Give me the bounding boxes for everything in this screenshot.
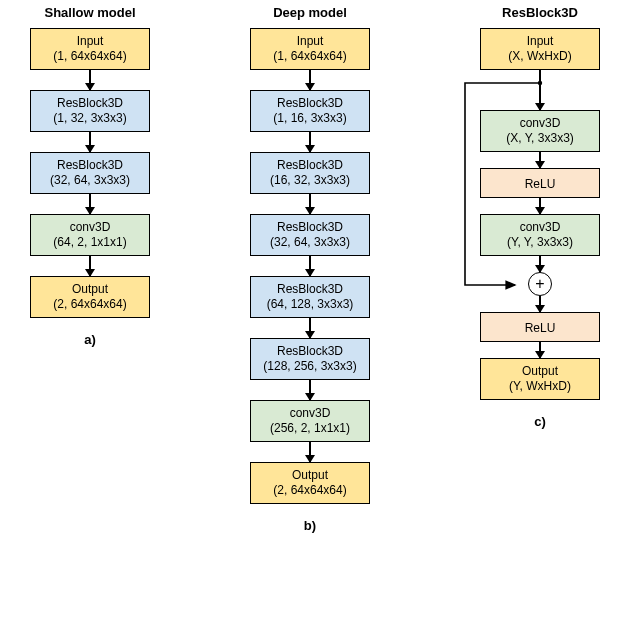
arrow-icon xyxy=(89,70,91,90)
deep-title: Deep model xyxy=(240,5,380,20)
block-line1: conv3D xyxy=(251,406,369,421)
block-line2: (Y, Y, 3x3x3) xyxy=(481,235,599,250)
deep-res5: ResBlock3D (128, 256, 3x3x3) xyxy=(250,338,370,380)
deep-conv: conv3D (256, 2, 1x1x1) xyxy=(250,400,370,442)
block-line1: conv3D xyxy=(481,116,599,131)
block-line1: Input xyxy=(251,34,369,49)
arrow-icon xyxy=(89,256,91,276)
block-line1: conv3D xyxy=(31,220,149,235)
arrow-icon xyxy=(539,256,541,272)
diagram-canvas: Shallow model Input (1, 64x64x64) ResBlo… xyxy=(0,0,640,630)
shallow-output: Output (2, 64x64x64) xyxy=(30,276,150,318)
deep-res1: ResBlock3D (1, 16, 3x3x3) xyxy=(250,90,370,132)
arrow-icon xyxy=(539,152,541,168)
block-line1: Input xyxy=(31,34,149,49)
arrow-icon xyxy=(309,132,311,152)
shallow-res1: ResBlock3D (1, 32, 3x3x3) xyxy=(30,90,150,132)
res-output: Output (Y, WxHxD) xyxy=(480,358,600,400)
block-line2: (1, 32, 3x3x3) xyxy=(31,111,149,126)
deep-caption: b) xyxy=(304,518,316,533)
shallow-conv: conv3D (64, 2, 1x1x1) xyxy=(30,214,150,256)
block-line1: ResBlock3D xyxy=(251,220,369,235)
res-input: Input (X, WxHxD) xyxy=(480,28,600,70)
shallow-caption: a) xyxy=(84,332,96,347)
block-line1: ResBlock3D xyxy=(31,96,149,111)
res-column: Input (X, WxHxD) conv3D (X, Y, 3x3x3) Re… xyxy=(470,28,610,429)
arrow-icon xyxy=(309,70,311,90)
arrow-icon xyxy=(309,442,311,462)
block-line1: ReLU xyxy=(481,177,599,192)
block-line1: Input xyxy=(481,34,599,49)
block-line2: (256, 2, 1x1x1) xyxy=(251,421,369,436)
arrow-icon xyxy=(539,70,541,110)
deep-output: Output (2, 64x64x64) xyxy=(250,462,370,504)
block-line1: ResBlock3D xyxy=(31,158,149,173)
block-line1: ResBlock3D xyxy=(251,282,369,297)
res-title: ResBlock3D xyxy=(470,5,610,20)
arrow-icon xyxy=(89,132,91,152)
block-line1: Output xyxy=(31,282,149,297)
res-relu2: ReLU xyxy=(480,312,600,342)
block-line2: (64, 128, 3x3x3) xyxy=(251,297,369,312)
block-line2: (1, 64x64x64) xyxy=(251,49,369,64)
block-line2: (128, 256, 3x3x3) xyxy=(251,359,369,374)
block-line2: (32, 64, 3x3x3) xyxy=(251,235,369,250)
deep-column: Input (1, 64x64x64) ResBlock3D (1, 16, 3… xyxy=(240,28,380,533)
shallow-input: Input (1, 64x64x64) xyxy=(30,28,150,70)
block-line2: (X, Y, 3x3x3) xyxy=(481,131,599,146)
deep-res2: ResBlock3D (16, 32, 3x3x3) xyxy=(250,152,370,194)
block-line2: (64, 2, 1x1x1) xyxy=(31,235,149,250)
arrow-icon xyxy=(539,198,541,214)
arrow-icon xyxy=(539,296,541,312)
res-conv1: conv3D (X, Y, 3x3x3) xyxy=(480,110,600,152)
res-caption: c) xyxy=(534,414,546,429)
plus-icon: + xyxy=(528,272,552,296)
res-relu1: ReLU xyxy=(480,168,600,198)
block-line2: (Y, WxHxD) xyxy=(481,379,599,394)
deep-res3: ResBlock3D (32, 64, 3x3x3) xyxy=(250,214,370,256)
shallow-res2: ResBlock3D (32, 64, 3x3x3) xyxy=(30,152,150,194)
block-line2: (1, 16, 3x3x3) xyxy=(251,111,369,126)
res-conv2: conv3D (Y, Y, 3x3x3) xyxy=(480,214,600,256)
block-line2: (1, 64x64x64) xyxy=(31,49,149,64)
block-line1: ResBlock3D xyxy=(251,158,369,173)
deep-input: Input (1, 64x64x64) xyxy=(250,28,370,70)
arrow-icon xyxy=(309,380,311,400)
block-line2: (16, 32, 3x3x3) xyxy=(251,173,369,188)
block-line2: (2, 64x64x64) xyxy=(251,483,369,498)
block-line1: ReLU xyxy=(481,321,599,336)
block-line1: ResBlock3D xyxy=(251,344,369,359)
arrow-icon xyxy=(309,194,311,214)
block-line1: Output xyxy=(251,468,369,483)
deep-res4: ResBlock3D (64, 128, 3x3x3) xyxy=(250,276,370,318)
arrow-icon xyxy=(309,318,311,338)
block-line1: conv3D xyxy=(481,220,599,235)
block-line2: (2, 64x64x64) xyxy=(31,297,149,312)
block-line2: (32, 64, 3x3x3) xyxy=(31,173,149,188)
arrow-icon xyxy=(309,256,311,276)
shallow-title: Shallow model xyxy=(20,5,160,20)
arrow-icon xyxy=(539,342,541,358)
block-line2: (X, WxHxD) xyxy=(481,49,599,64)
shallow-column: Input (1, 64x64x64) ResBlock3D (1, 32, 3… xyxy=(20,28,160,347)
block-line1: Output xyxy=(481,364,599,379)
block-line1: ResBlock3D xyxy=(251,96,369,111)
arrow-icon xyxy=(89,194,91,214)
